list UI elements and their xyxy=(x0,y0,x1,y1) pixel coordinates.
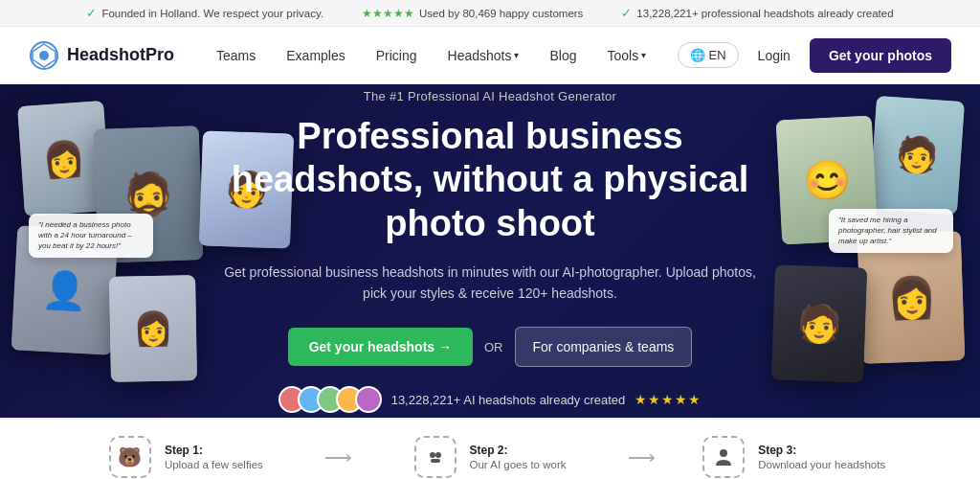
nav-right: 🌐 EN Login Get your photos xyxy=(678,38,951,73)
announcement-bar: ✓ Founded in Holland. We respect your pr… xyxy=(0,0,980,27)
social-proof: 13,228,221+ AI headshots already created… xyxy=(212,386,768,413)
get-headshots-button[interactable]: Get your headshots → xyxy=(288,328,473,366)
nav-item-examples[interactable]: Examples xyxy=(273,40,358,71)
step-3-label: Step 3: xyxy=(758,444,885,457)
star-rating: ★★★★★ xyxy=(635,392,702,407)
get-photos-button[interactable]: Get your photos xyxy=(810,38,951,73)
check-icon-2: ✓ xyxy=(621,6,632,20)
lang-label: EN xyxy=(709,48,726,62)
step-2-label: Step 2: xyxy=(470,444,567,457)
nav-item-tools[interactable]: Tools ▾ xyxy=(594,40,660,71)
step-2-icon xyxy=(414,436,457,478)
companies-teams-button[interactable]: For companies & teams xyxy=(515,327,693,367)
step-1-desc: Upload a few selfies xyxy=(165,459,263,470)
navbar: HeadshotPro Teams Examples Pricing Heads… xyxy=(0,27,980,84)
hero-title: Professional business headshots, without… xyxy=(212,115,768,246)
photo-card-6: 🧑 xyxy=(869,96,965,215)
photo-card-4: 👩 xyxy=(109,275,197,382)
announcement-text-2: Used by 80,469 happy customers xyxy=(419,8,583,19)
announcement-item-3: ✓ 13,228,221+ professional headshots alr… xyxy=(621,6,893,20)
avatar-5 xyxy=(355,386,382,413)
stars-icon: ★★★★★ xyxy=(362,7,414,20)
step-2: Step 2: Our AI goes to work xyxy=(362,436,619,478)
announcement-item-2: ★★★★★ Used by 80,469 happy customers xyxy=(362,7,583,20)
nav-item-pricing[interactable]: Pricing xyxy=(363,40,431,71)
hero-subtitle: The #1 Professional AI Headshot Generato… xyxy=(212,89,768,103)
check-icon-1: ✓ xyxy=(86,6,97,20)
svg-point-2 xyxy=(430,452,435,458)
step-1-label: Step 1: xyxy=(165,444,263,457)
steps-bar: 🐻 Step 1: Upload a few selfies ⟶ Step 2:… xyxy=(0,418,980,479)
chevron-down-icon: ▾ xyxy=(514,50,519,60)
testimonial-right: "It saved me hiring a photographer, hair… xyxy=(829,209,953,253)
logo[interactable]: HeadshotPro xyxy=(29,40,174,71)
login-button[interactable]: Login xyxy=(748,43,800,68)
svg-point-3 xyxy=(435,452,441,458)
announcement-text-1: Founded in Holland. We respect your priv… xyxy=(101,8,323,19)
step-1: 🐻 Step 1: Upload a few selfies xyxy=(57,436,315,478)
logo-icon xyxy=(29,40,59,71)
step-1-text: Step 1: Upload a few selfies xyxy=(165,444,263,470)
hero-section: 👩 🧔 👤 👩 🧑 🧑 😊 👩 🧑 "I needed a business p… xyxy=(0,84,980,418)
svg-rect-4 xyxy=(431,459,440,463)
social-proof-count: 13,228,221+ AI headshots already created xyxy=(391,393,626,407)
language-button[interactable]: 🌐 EN xyxy=(678,42,739,68)
avatar-group xyxy=(278,386,382,413)
hero-cta-group: Get your headshots → OR For companies & … xyxy=(212,327,768,367)
svg-point-5 xyxy=(720,449,727,457)
testimonial-left: "I needed a business photo with a 24 hou… xyxy=(29,214,153,258)
step-3-desc: Download your headshots xyxy=(758,459,885,470)
step-arrow-2: ⟶ xyxy=(628,445,656,468)
step-arrow-1: ⟶ xyxy=(324,445,352,468)
announcement-text-3: 13,228,221+ professional headshots alrea… xyxy=(636,8,893,19)
step-3-text: Step 3: Download your headshots xyxy=(758,444,885,470)
nav-item-blog[interactable]: Blog xyxy=(536,40,590,71)
step-2-desc: Our AI goes to work xyxy=(470,459,567,470)
nav-item-headshots[interactable]: Headshots ▾ xyxy=(434,40,533,71)
step-2-text: Step 2: Our AI goes to work xyxy=(470,444,567,470)
globe-icon: 🌐 xyxy=(690,48,705,62)
nav-item-teams[interactable]: Teams xyxy=(203,40,269,71)
step-3: Step 3: Download your headshots xyxy=(665,436,923,478)
announcement-item-1: ✓ Founded in Holland. We respect your pr… xyxy=(86,6,323,20)
svg-point-1 xyxy=(39,51,49,60)
person-icon xyxy=(713,446,734,468)
chevron-down-icon-2: ▾ xyxy=(641,50,646,60)
step-1-icon: 🐻 xyxy=(109,436,151,478)
ai-icon xyxy=(425,446,446,468)
hero-description: Get professional business headshots in m… xyxy=(212,262,768,305)
step-3-icon xyxy=(702,436,745,478)
nav-links: Teams Examples Pricing Headshots ▾ Blog … xyxy=(203,40,678,71)
hero-content: The #1 Professional AI Headshot Generato… xyxy=(193,89,787,414)
logo-text: HeadshotPro xyxy=(67,45,174,65)
or-text: OR xyxy=(484,340,503,354)
